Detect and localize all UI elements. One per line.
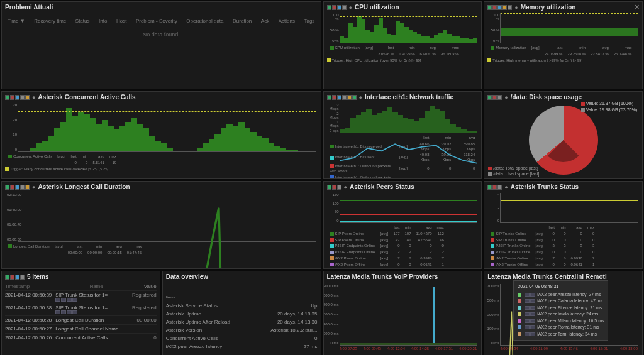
empty-message: No data found.	[5, 31, 318, 38]
panel-trunks: ●Asterisk Trunks Status 420 lastminavgma…	[484, 181, 643, 269]
panel-problems: Problemi Attuali Time ▼Recovery timeStat…	[1, 1, 321, 89]
problems-columns: Time ▼Recovery timeStatusInfoHostProblem…	[5, 18, 318, 24]
trunks-chart[interactable]: 420	[500, 193, 638, 223]
table-row[interactable]: Asterisk Uptime20 days, 14:18:35	[166, 310, 318, 318]
disk-pie-chart[interactable]	[529, 106, 598, 175]
panel-peers: ●Asterisk Peers Status 150100500 lastmin…	[323, 181, 482, 269]
panel-latency-voip: Latenza Media Trunks VoIP Providers 1200…	[323, 271, 482, 355]
table-row[interactable]: Asterisk VersionAsterisk 18.2.2 buil...	[166, 326, 318, 334]
widget-controls[interactable]	[487, 5, 512, 10]
table-row[interactable]: 2021-04-12 00:50:27Longest Call Channel …	[5, 325, 157, 334]
table-row[interactable]: Asterisk Uptime After Reload20 days, 14:…	[166, 318, 318, 326]
panel-eth1: ●Interface eth1: Network traffic 3 Mbps2…	[323, 91, 482, 179]
panel-longest-call: ●Asterisk Longest Call Duration 02:13:20…	[1, 181, 321, 269]
cpu-chart[interactable]: 100 %50 %0 %	[340, 13, 477, 43]
panel-items: 5 items TimestampNameValue 2021-04-12 00…	[1, 271, 160, 355]
table-row[interactable]: iAX2 peer Arezzo latency27 ms	[166, 342, 318, 351]
panel-disk: ●/data: Disk space usage Value: 31.37 GB…	[484, 91, 643, 179]
table-row[interactable]: 2021-04-12 00:50:26Concurrent Active Cal…	[5, 334, 157, 342]
table-row[interactable]: 2021-04-12 00:50:38SIP Trunk Status for …	[5, 303, 157, 316]
widget-controls[interactable]	[327, 5, 347, 10]
panel-latency-remoti: Latenza Media Trunks Centralini Remoti 7…	[484, 271, 643, 355]
memory-chart[interactable]: 100 %50 %0 %	[500, 13, 638, 43]
chart-tooltip: 2021-04-09 08:48:31 iAX2 peer Arezzo lat…	[513, 280, 608, 341]
panel-memory: ✕ ●Memory utilization 100 %50 %0 % Memor…	[484, 1, 643, 89]
table-row[interactable]: Concurrent Active Calls0	[166, 334, 318, 342]
panel-cpu: ●CPU utilization 100 %50 %0 % CPU utiliz…	[323, 1, 482, 89]
table-row[interactable]: 2021-04-12 00:50:39SIP Trunk Status for …	[5, 291, 157, 303]
close-icon[interactable]: ✕	[634, 3, 640, 11]
voip-chart[interactable]: 1200.0 ms1000.0 ms800.0 ms600.0 ms400.0 …	[340, 284, 477, 346]
table-row[interactable]: 2021-04-12 00:50:28Longest Call Duration…	[5, 316, 157, 325]
panel-title: Problemi Attuali	[5, 4, 53, 11]
peers-chart[interactable]: 150100500	[340, 193, 477, 223]
calls-chart[interactable]: 3020100	[18, 103, 316, 152]
panel-overview: Data overview Items Asterisk Service Sta…	[162, 271, 321, 355]
table-row[interactable]: Asterisk Service StatusUp	[166, 302, 318, 310]
longest-chart[interactable]: 02:13:2001:40:0001:06:4000:00:00	[18, 193, 316, 242]
panel-active-calls: ●Asterisk Concurrent Active Calls 302010…	[1, 91, 321, 179]
eth-chart[interactable]: 3 Mbps2 Mbps1 Mbps0 bps	[340, 103, 477, 133]
